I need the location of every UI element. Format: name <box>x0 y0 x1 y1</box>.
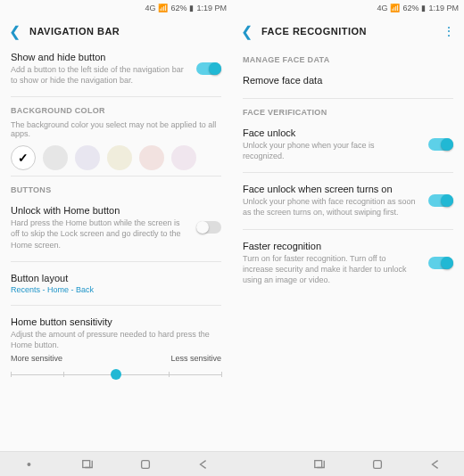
layout-value: Recents - Home - Back <box>11 285 221 294</box>
phone-navigation-bar: 4G 📶 62% ▮ 1:19 PM ❮ NAVIGATION BAR Show… <box>0 0 232 476</box>
toggle-unlock-home[interactable] <box>196 221 221 234</box>
item-desc: Unlock your phone when your face is reco… <box>243 140 453 161</box>
svg-rect-1 <box>141 460 149 468</box>
slider-labels: More sensitive Less sensitive <box>11 354 221 363</box>
item-unlock-home[interactable]: Unlock with Home button Hard press the H… <box>11 200 221 255</box>
divider <box>11 176 221 176</box>
status-bar: 4G 📶 62% ▮ 1:19 PM <box>232 0 464 16</box>
label-less-sensitive: Less sensitive <box>170 354 221 363</box>
item-title: Face unlock <box>243 127 453 138</box>
battery-shape-icon: ▮ <box>421 4 426 12</box>
item-title: Unlock with Home button <box>11 205 221 216</box>
section-face-verification: FACE VERIFICATION <box>243 108 453 117</box>
network-icon: 4G <box>377 4 387 12</box>
app-bar: ❮ NAVIGATION BAR <box>0 16 232 46</box>
toggle-screen-on[interactable] <box>428 194 453 207</box>
back-button[interactable]: ❮ <box>241 23 253 40</box>
item-button-layout[interactable]: Button layout Recents - Home - Back <box>11 267 221 300</box>
back-nav-button[interactable] <box>191 452 216 477</box>
color-lavender[interactable] <box>75 145 100 170</box>
page-title: FACE RECOGNITION <box>261 26 367 37</box>
item-remove-face-data[interactable]: Remove face data <box>243 70 453 93</box>
item-home-sensitivity: Home button sensitivity Adjust the amoun… <box>11 311 221 398</box>
signal-icon: 📶 <box>158 4 168 12</box>
show-hide-nav-button[interactable]: • <box>17 452 42 477</box>
home-button[interactable] <box>365 452 390 477</box>
item-desc: Hard press the Home button while the scr… <box>11 217 221 250</box>
svg-rect-0 <box>82 460 89 467</box>
navigation-bar: • <box>0 451 232 476</box>
svg-rect-2 <box>314 460 321 467</box>
item-show-hide-button[interactable]: Show and hide button Add a button to the… <box>11 46 221 91</box>
signal-icon: 📶 <box>390 4 400 12</box>
status-time: 1:19 PM <box>428 4 459 12</box>
color-white[interactable]: ✓ <box>11 145 36 170</box>
color-grey[interactable] <box>43 145 68 170</box>
item-faster-recognition[interactable]: Faster recognition Turn on for faster re… <box>243 235 453 291</box>
recents-button[interactable] <box>75 452 100 477</box>
item-desc: Add a button to the left side of the nav… <box>11 64 221 86</box>
item-title: Button layout <box>11 273 221 283</box>
item-title: Home button sensitivity <box>11 316 221 327</box>
content-scroll[interactable]: Show and hide button Add a button to the… <box>0 46 232 451</box>
item-desc: Adjust the amount of pressure needed to … <box>11 329 221 350</box>
check-icon: ✓ <box>18 151 29 165</box>
item-title: Faster recognition <box>243 241 453 251</box>
item-title: Remove face data <box>243 75 453 86</box>
toggle-face-unlock[interactable] <box>428 138 453 151</box>
back-button[interactable]: ❮ <box>9 23 21 40</box>
divider <box>11 261 221 262</box>
app-bar: ❮ FACE RECOGNITION ⋮ <box>232 16 464 46</box>
item-face-unlock-screen-on[interactable]: Face unlock when screen turns on Unlock … <box>243 178 453 223</box>
divider <box>243 229 453 230</box>
battery-icon: 62% <box>402 4 418 12</box>
back-nav-button[interactable] <box>423 452 448 477</box>
divider <box>11 305 221 306</box>
section-manage-face-data: MANAGE FACE DATA <box>243 55 453 64</box>
color-blush[interactable] <box>139 145 164 170</box>
color-cream[interactable] <box>107 145 132 170</box>
battery-icon: 62% <box>170 4 186 12</box>
battery-shape-icon: ▮ <box>189 4 194 12</box>
item-face-unlock[interactable]: Face unlock Unlock your phone when your … <box>243 122 453 167</box>
recents-button[interactable] <box>307 452 332 477</box>
label-more-sensitive: More sensitive <box>11 354 62 363</box>
page-title: NAVIGATION BAR <box>29 26 120 37</box>
item-title: Face unlock when screen turns on <box>243 184 453 194</box>
home-button[interactable] <box>133 452 158 477</box>
bg-color-info: The background color you select may not … <box>11 120 221 138</box>
more-menu-button[interactable]: ⋮ <box>443 24 455 38</box>
color-pink[interactable] <box>171 145 196 170</box>
network-icon: 4G <box>145 4 155 12</box>
navigation-bar <box>232 451 464 476</box>
divider <box>243 172 453 173</box>
svg-rect-3 <box>373 460 381 468</box>
status-time: 1:19 PM <box>196 4 227 12</box>
phone-face-recognition: 4G 📶 62% ▮ 1:19 PM ❮ FACE RECOGNITION ⋮ … <box>232 0 464 476</box>
item-desc: Unlock your phone with face recognition … <box>243 196 453 217</box>
sensitivity-slider[interactable] <box>11 368 221 381</box>
divider <box>11 96 221 97</box>
section-background-color: BACKGROUND COLOR <box>11 106 221 115</box>
toggle-show-hide[interactable] <box>196 62 221 75</box>
content-scroll[interactable]: MANAGE FACE DATA Remove face data FACE V… <box>232 46 464 451</box>
slider-thumb[interactable] <box>111 369 121 380</box>
divider <box>243 98 453 99</box>
toggle-faster-recognition[interactable] <box>428 257 453 269</box>
color-swatches: ✓ <box>11 145 221 170</box>
section-buttons: BUTTONS <box>11 185 221 194</box>
status-bar: 4G 📶 62% ▮ 1:19 PM <box>0 0 232 16</box>
item-desc: Turn on for faster recognition. Turn off… <box>243 253 453 285</box>
item-title: Show and hide button <box>11 52 221 62</box>
